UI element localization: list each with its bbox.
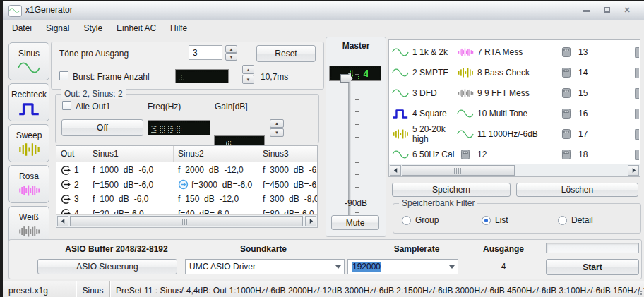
soundcard-combobox[interactable]: UMC ASIO Driver bbox=[185, 259, 345, 274]
menu-item[interactable]: Hilfe bbox=[170, 23, 187, 33]
list-radio[interactable] bbox=[482, 216, 491, 225]
menu-item[interactable]: Signal bbox=[46, 23, 69, 33]
preset-item[interactable]: 5 20-20k high bbox=[392, 123, 457, 144]
tones-spin-up[interactable]: ▲ bbox=[225, 45, 237, 53]
preset-item[interactable]: 2 SMPTE bbox=[392, 62, 457, 83]
preset-label: 1 1k & 2k bbox=[412, 47, 448, 57]
radio-option-group[interactable]: Group bbox=[402, 215, 439, 225]
close-button[interactable]: ✕ bbox=[620, 4, 634, 16]
audio-settings-panel: ASIO Buffer 2048/32-8192 Soundkarte Samp… bbox=[8, 239, 642, 279]
menu-item[interactable]: Style bbox=[83, 23, 102, 33]
preset-icon bbox=[392, 67, 409, 78]
preset-item[interactable]: 17 bbox=[558, 123, 637, 144]
table-scrollbar[interactable] bbox=[56, 214, 317, 227]
sinus1-cell[interactable]: f=100 dB=-6,0 bbox=[88, 194, 174, 204]
preset-item[interactable]: 10 Multi Tone bbox=[457, 103, 558, 123]
output-icon bbox=[61, 165, 71, 176]
burst-checkbox[interactable] bbox=[59, 71, 68, 80]
preset-item[interactable]: 6 50Hz Cal bbox=[392, 144, 457, 164]
scroll-right-button[interactable] bbox=[305, 216, 316, 226]
preset-item[interactable]: 1 1k & 2k bbox=[392, 42, 457, 62]
output-number: 2 bbox=[74, 180, 79, 190]
minimize-button[interactable] bbox=[579, 4, 593, 16]
signal-tab[interactable]: Rechteck bbox=[8, 83, 49, 121]
preset-item[interactable]: 13 bbox=[558, 42, 637, 62]
radio-option-detail[interactable]: Detail bbox=[558, 215, 593, 225]
preset-item[interactable]: 16 bbox=[558, 103, 637, 123]
radio-option-list[interactable]: List bbox=[482, 215, 508, 225]
detail-radio[interactable] bbox=[558, 216, 567, 225]
preset-icon bbox=[392, 128, 409, 140]
outputs-value: 4 bbox=[489, 262, 518, 272]
preset-item[interactable]: 15 bbox=[558, 83, 637, 103]
preset-item[interactable]: 9 9 FFT Mess bbox=[457, 83, 558, 103]
scroll-right-button[interactable] bbox=[628, 165, 639, 176]
sinus3-cell[interactable]: f=4500 dB=-6,0 bbox=[258, 180, 317, 190]
selected-cell-icon bbox=[178, 179, 189, 190]
start-button[interactable]: Start bbox=[546, 259, 639, 275]
scroll-left-button[interactable] bbox=[390, 165, 401, 176]
sinus1-cell[interactable]: f=1000 dB=-6,0 bbox=[88, 165, 174, 175]
preset-item[interactable]: 11 1000Hz/-6dB bbox=[457, 123, 558, 144]
burst-spin-down[interactable]: ▼ bbox=[242, 75, 254, 84]
preset-label: 6 50Hz Cal bbox=[412, 150, 454, 159]
tones-per-output-input[interactable]: 3 bbox=[189, 45, 222, 60]
sinus3-cell[interactable]: f=3000 dB=-6,0 bbox=[258, 165, 317, 175]
asio-control-button[interactable]: ASIO Steuerung bbox=[37, 259, 177, 274]
scroll-left-button[interactable] bbox=[57, 216, 68, 226]
menu-item[interactable]: Datei bbox=[12, 23, 32, 33]
title-bar[interactable]: x1Generator ✕ bbox=[3, 1, 644, 20]
signal-tab-label: Sweep bbox=[16, 131, 42, 140]
preset-item[interactable]: 4 Square bbox=[392, 103, 457, 123]
radio-selected-dot bbox=[484, 219, 488, 222]
alle-out1-checkbox[interactable] bbox=[62, 101, 71, 110]
alle-out1-label: Alle Out1 bbox=[76, 102, 110, 111]
list-radio-label: List bbox=[495, 215, 508, 225]
signal-tab[interactable]: Sweep bbox=[8, 124, 49, 162]
preset-label: 9 9 FFT Mess bbox=[477, 88, 530, 98]
scrollbar-thumb[interactable] bbox=[402, 165, 515, 176]
maximize-button[interactable] bbox=[600, 4, 614, 16]
table-row[interactable]: 2 f=1500 dB=-6,0 f=3000 dB=-6,0 f=4500 d… bbox=[56, 178, 317, 193]
burst-spin-up[interactable]: ▲ bbox=[242, 65, 254, 74]
signal-tab[interactable]: Sinus bbox=[8, 42, 49, 80]
preset-label: 10 Multi Tone bbox=[477, 109, 527, 119]
signal-tab-label: Weiß bbox=[19, 212, 39, 222]
preset-item[interactable]: 14 bbox=[558, 62, 637, 83]
mute-button[interactable]: Mute bbox=[331, 215, 379, 230]
group-radio[interactable] bbox=[402, 216, 411, 225]
preset-item[interactable]: 8 Bass Check bbox=[457, 62, 558, 83]
preset-label: 8 Bass Check bbox=[477, 68, 530, 78]
sinus1-cell[interactable]: f=1500 dB=-6,0 bbox=[88, 180, 174, 190]
close-icon: ✕ bbox=[624, 6, 630, 14]
signal-tab[interactable]: Weiß bbox=[8, 206, 49, 244]
sinus3-cell[interactable]: f=300 dB=-8,0 bbox=[258, 194, 317, 204]
tones-spin-down[interactable]: ▼ bbox=[225, 53, 237, 61]
menu-item[interactable]: Einheit AC bbox=[117, 23, 156, 33]
signal-tab-icon bbox=[17, 143, 41, 157]
table-row[interactable]: 1 f=1000 dB=-6,0 f=2000 dB=-12,0 f=3000 … bbox=[56, 163, 317, 178]
sinus2-cell[interactable]: f=150 dB=-12,0 bbox=[174, 194, 258, 204]
samplerate-combobox[interactable]: 192000 bbox=[347, 259, 458, 274]
off-button[interactable]: Off bbox=[61, 119, 143, 136]
gain-spin-up[interactable]: ▲ bbox=[270, 119, 284, 128]
gain-spin-down[interactable]: ▼ bbox=[270, 128, 284, 137]
signal-tab[interactable]: Rosa bbox=[8, 165, 49, 203]
preset-scrollbar[interactable] bbox=[389, 164, 640, 176]
preset-item[interactable]: 7 RTA Mess bbox=[457, 42, 558, 62]
sinus2-cell[interactable]: f=2000 dB=-12,0 bbox=[174, 165, 258, 175]
preset-item[interactable]: 18 bbox=[558, 144, 637, 164]
preset-item[interactable]: 12 bbox=[457, 144, 558, 164]
minimize-icon bbox=[583, 10, 590, 12]
table-row[interactable]: 3 f=100 dB=-6,0 f=150 dB=-12,0 f=300 dB=… bbox=[56, 192, 317, 207]
save-preset-button[interactable]: Speichern bbox=[392, 183, 511, 197]
out-group-title: Out: 2, Sinus: 2 bbox=[61, 89, 126, 99]
preset-item[interactable]: 3 DFD bbox=[392, 83, 457, 103]
status-file: preset.x1g bbox=[3, 281, 76, 297]
delete-preset-button[interactable]: Löschen bbox=[516, 183, 638, 197]
preset-icon bbox=[392, 108, 409, 119]
preset-icon bbox=[457, 108, 474, 119]
reset-button[interactable]: Reset bbox=[256, 45, 316, 62]
scrollbar-thumb[interactable] bbox=[70, 216, 303, 226]
sinus2-cell[interactable]: f=3000 dB=-6,0 bbox=[174, 179, 258, 190]
